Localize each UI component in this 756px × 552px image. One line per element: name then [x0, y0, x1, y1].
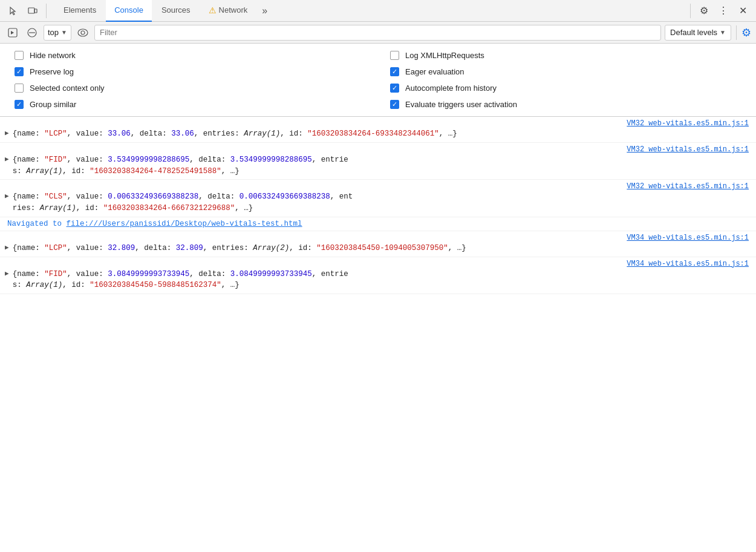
group-similar-checkbox[interactable] [15, 100, 24, 109]
preserve-log-checkbox[interactable] [15, 67, 24, 76]
cursor-icon[interactable] [5, 2, 22, 19]
log-content-cls-vm32: ▶ {name: "CLS", value: 0.006332493669388… [0, 191, 756, 214]
levels-label: Default levels [670, 28, 717, 37]
log-content-fid-vm34: ▶ {name: "FID", value: 3.084999999373394… [0, 269, 756, 292]
context-arrow-icon: ▼ [61, 29, 67, 36]
more-options-button[interactable]: ⋮ [715, 2, 732, 19]
navigate-text: Navigated to [7, 220, 67, 228]
setting-hide-network[interactable]: Hide network [15, 51, 366, 60]
tab-bar-divider [46, 4, 47, 18]
log-content-lcp-vm32: ▶ {name: "LCP", value: 33.06, delta: 33.… [0, 128, 756, 140]
evaluate-triggers-checkbox[interactable] [390, 100, 399, 109]
selected-context-checkbox[interactable] [15, 84, 24, 93]
log-content-lcp-vm34: ▶ {name: "LCP", value: 32.809, delta: 32… [0, 243, 756, 254]
execute-script-button[interactable] [5, 25, 21, 41]
settings-right-col: Log XMLHttpRequests Eager evaluation Aut… [390, 51, 741, 109]
settings-button[interactable]: ⚙ [696, 2, 712, 19]
log-text-cls-vm32: {name: "CLS", value: 0.00633249366938823… [13, 191, 756, 214]
log-source-vm32-cls[interactable]: VM32 web-vitals.es5.min.js:1 [0, 182, 756, 191]
context-selector[interactable]: top ▼ [44, 25, 71, 41]
settings-panel: Hide network Preserve log Selected conte… [0, 44, 756, 117]
preserve-log-label: Preserve log [30, 67, 74, 76]
levels-arrow-icon: ▼ [720, 29, 726, 36]
log-source-vm32-fid[interactable]: VM32 web-vitals.es5.min.js:1 [0, 145, 756, 154]
expand-arrow-fid-vm32[interactable]: ▶ [5, 155, 9, 163]
setting-eager-eval[interactable]: Eager evaluation [390, 67, 741, 76]
log-entry-cls-vm32: VM32 web-vitals.es5.min.js:1 ▶ {name: "C… [0, 180, 756, 217]
svg-point-6 [81, 31, 85, 34]
more-tabs-button[interactable]: » [257, 0, 272, 22]
clear-console-button[interactable] [24, 25, 40, 41]
autocomplete-label: Autocomplete from history [405, 84, 497, 93]
toolbar-divider [736, 25, 737, 40]
hide-network-checkbox[interactable] [15, 51, 24, 60]
tab-network[interactable]: ⚠ Network [200, 0, 256, 22]
log-text-lcp-vm32: {name: "LCP", value: 33.06, delta: 33.06… [13, 128, 756, 140]
log-text-fid-vm32: {name: "FID", value: 3.5349999998288695,… [13, 154, 756, 177]
setting-autocomplete[interactable]: Autocomplete from history [390, 84, 741, 93]
hide-network-label: Hide network [30, 51, 76, 60]
setting-selected-context[interactable]: Selected context only [15, 84, 366, 93]
console-toolbar: top ▼ Default levels ▼ ⚙ [0, 22, 756, 44]
log-entry-fid-vm32: VM32 web-vitals.es5.min.js:1 ▶ {name: "F… [0, 143, 756, 180]
console-log-area: VM32 web-vitals.es5.min.js:1 ▶ {name: "L… [0, 117, 756, 294]
log-source-vm32-lcp[interactable]: VM32 web-vitals.es5.min.js:1 [0, 119, 756, 128]
log-xhr-label: Log XMLHttpRequests [405, 51, 484, 60]
log-levels-selector[interactable]: Default levels ▼ [665, 25, 731, 41]
network-warning-icon: ⚠ [209, 5, 217, 15]
tab-elements[interactable]: Elements [55, 0, 105, 22]
setting-log-xhr[interactable]: Log XMLHttpRequests [390, 51, 741, 60]
close-devtools-button[interactable]: ✕ [734, 2, 751, 19]
log-content-fid-vm32: ▶ {name: "FID", value: 3.534999999828869… [0, 154, 756, 177]
log-source-vm34-lcp[interactable]: VM34 web-vitals.es5.min.js:1 [0, 234, 756, 242]
context-value: top [48, 28, 59, 37]
expand-arrow-lcp-vm32[interactable]: ▶ [5, 129, 9, 137]
expand-arrow-cls-vm32[interactable]: ▶ [5, 192, 9, 200]
svg-rect-1 [34, 9, 37, 13]
filter-input[interactable] [94, 25, 661, 41]
tab-bar: Elements Console Sources ⚠ Network » ⚙ ⋮… [0, 0, 756, 22]
tab-right-icons: ⚙ ⋮ ✕ [688, 2, 751, 19]
evaluate-triggers-label: Evaluate triggers user activation [405, 100, 517, 109]
log-entry-lcp-vm34: VM34 web-vitals.es5.min.js:1 ▶ {name: "L… [0, 231, 756, 257]
tab-bar-left-icons [5, 2, 49, 19]
expand-arrow-lcp-vm34[interactable]: ▶ [5, 243, 9, 251]
eager-eval-label: Eager evaluation [405, 67, 464, 76]
log-text-fid-vm34: {name: "FID", value: 3.0849999993733945,… [13, 269, 756, 292]
tab-sources[interactable]: Sources [153, 0, 199, 22]
selected-context-label: Selected context only [30, 84, 105, 93]
svg-rect-0 [28, 8, 34, 13]
settings-left-col: Hide network Preserve log Selected conte… [15, 51, 366, 109]
log-source-vm34-fid[interactable]: VM34 web-vitals.es5.min.js:1 [0, 260, 756, 268]
setting-group-similar[interactable]: Group similar [15, 100, 366, 109]
navigate-url[interactable]: file:///Users/panissidi/Desktop/web-vita… [67, 220, 302, 228]
console-settings-button[interactable]: ⚙ [741, 26, 751, 39]
log-entry-lcp-vm32: VM32 web-vitals.es5.min.js:1 ▶ {name: "L… [0, 117, 756, 143]
log-text-lcp-vm34: {name: "LCP", value: 32.809, delta: 32.8… [13, 243, 756, 254]
eager-eval-checkbox[interactable] [390, 67, 399, 76]
log-entry-fid-vm34: VM34 web-vitals.es5.min.js:1 ▶ {name: "F… [0, 257, 756, 295]
autocomplete-checkbox[interactable] [390, 84, 399, 93]
eye-button[interactable] [75, 25, 91, 41]
setting-evaluate-triggers[interactable]: Evaluate triggers user activation [390, 100, 741, 109]
expand-arrow-fid-vm34[interactable]: ▶ [5, 269, 9, 277]
log-xhr-checkbox[interactable] [390, 51, 399, 60]
navigate-line: Navigated to file:///Users/panissidi/Des… [0, 217, 756, 231]
svg-point-5 [78, 29, 88, 36]
device-toggle-icon[interactable] [24, 2, 41, 19]
group-similar-label: Group similar [30, 100, 76, 109]
right-divider [690, 4, 691, 18]
setting-preserve-log[interactable]: Preserve log [15, 67, 366, 76]
tab-console[interactable]: Console [106, 0, 152, 22]
